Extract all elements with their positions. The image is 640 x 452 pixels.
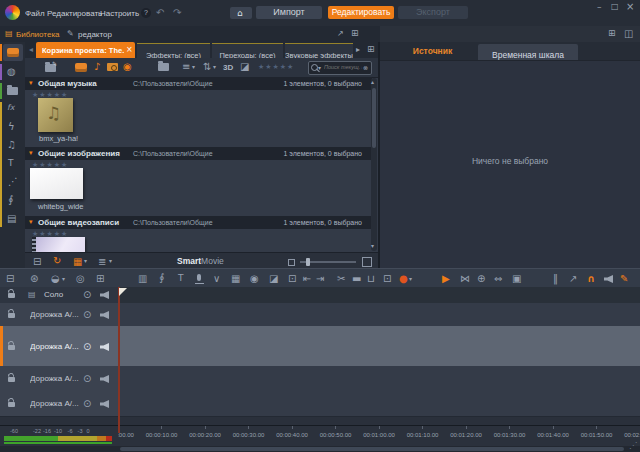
home-button[interactable]: ⌂ [230,7,252,19]
track-header-2-selected[interactable]: Дорожка А/... ⊙ [0,326,118,367]
filter-3d-button[interactable]: 3D [223,63,233,72]
view-list-icon[interactable]: ≡ [182,62,190,72]
multicam-icon[interactable]: ▦ [231,274,240,284]
panel-tab-library[interactable]: Библиотека [16,30,60,39]
minimize-button[interactable]: – [597,3,602,12]
track-name[interactable]: Дорожка А/... [30,399,82,408]
search-icon[interactable] [311,64,318,71]
group-folder-icon[interactable] [158,63,169,71]
tag-icon[interactable]: ◪ [240,62,249,72]
sidebar-folder-icon[interactable] [7,87,18,95]
search-input[interactable] [324,62,362,72]
audio-levels-icon[interactable]: ▥ [138,274,147,284]
trash-icon[interactable]: ⊔ [367,274,375,284]
menu-edit[interactable]: Редактировать [47,9,102,18]
export-frame-icon[interactable]: ⊞ [96,274,104,284]
lock-all-icon[interactable] [8,293,15,298]
timeline-lane-3[interactable] [118,366,640,392]
trim-in-icon[interactable]: ⇤ [303,274,311,284]
sidebar-item-project-bins[interactable] [3,44,23,61]
snapshot-icon[interactable]: ⊡ [383,274,391,284]
view-list-caret-icon[interactable]: ▾ [192,64,195,70]
new-tab-icon[interactable]: ⊞ [367,45,375,54]
search-clear-icon[interactable]: ⊗ [363,65,368,71]
eraser-icon[interactable]: ◪ [269,274,278,284]
razor-icon[interactable]: ✂ [337,274,345,284]
scroll-up-icon[interactable]: ▴ [371,79,374,85]
solo-label[interactable]: Соло [44,290,63,299]
thumb-view-icon[interactable]: ▦ [73,257,82,267]
track-name[interactable]: Дорожка А/... [30,310,82,319]
marker-icon[interactable]: ● [399,274,408,284]
menu-file[interactable]: Файл [25,9,45,18]
track-name[interactable]: Дорожка А/... [30,374,82,383]
track-lock-icon[interactable] [8,313,15,318]
time-ruler[interactable]: 00:00:00.00 00:00:10.00 00:00:20.00 00:0… [118,426,640,447]
track-eye-icon[interactable]: ⊙ [83,342,91,352]
scroll-down-icon[interactable]: ▾ [371,243,374,249]
score-icon[interactable]: ∮ [159,273,164,283]
section-header-video[interactable]: ▾ Общие видеозаписи C:\Пользователи\Общи… [25,216,372,229]
section-header-music[interactable]: ▾ Общая музыка C:\Пользователи\Общие 1 э… [25,77,372,90]
audio-ducking-icon[interactable] [604,275,613,283]
disc-authoring-icon[interactable]: ◉ [250,274,259,284]
track-lock-icon[interactable] [8,402,15,407]
track-header-3[interactable]: Дорожка А/... ⊙ [0,366,118,392]
timeline-hscrollbar[interactable]: ⋰ [0,446,640,452]
timeline-lane-4[interactable] [118,391,640,417]
stretch-mode-icon[interactable]: ⇔ [494,274,502,284]
voiceover-icon[interactable] [197,274,201,281]
resize-grip-icon[interactable]: ⋰ [629,442,637,450]
sidebar-item-soundeffects[interactable]: ∮ [8,195,13,205]
library-tab-active[interactable]: Корзина проекта: The... × [36,42,135,58]
section-header-images[interactable]: ▾ Общие изображения C:\Пользователи\Общи… [25,147,372,160]
panel-tab-editor[interactable]: редактор [78,30,112,39]
library-scrollbar[interactable]: ▴ ▾ [371,78,377,251]
library-item-video[interactable] [32,237,85,252]
thumb-zoom-slider[interactable] [300,261,356,263]
library-tab-soundfx[interactable]: Звуковые эффекты [285,43,353,59]
insert-mode-icon[interactable]: ⊕ [477,274,485,284]
track-eye-icon[interactable]: ⊙ [83,399,91,409]
timeline-lane-1[interactable] [118,303,640,327]
search-caret-icon[interactable]: ▾ [318,65,321,71]
audio-mixer-icon[interactable]: ‖ [553,274,558,284]
sidebar-item-montage[interactable]: ⋰ [8,177,18,187]
playhead-line[interactable] [118,287,120,433]
select-tool-icon[interactable]: ▶ [442,274,450,284]
utility-pen-icon[interactable]: ✎ [620,274,628,284]
hscrollbar-thumb[interactable] [120,447,624,451]
thumb-zoom-handle[interactable] [306,258,310,266]
track-speaker-icon[interactable] [100,311,109,319]
record-icon[interactable]: ◎ [76,274,85,284]
sidebar-item-discmenus[interactable]: ▤ [7,214,16,224]
menu-setup[interactable]: Настроить [100,9,139,18]
filter-music-icon[interactable]: ♪ [94,62,100,72]
trim-out-icon[interactable]: ⇥ [316,274,324,284]
magnet-icon[interactable]: ∩ [587,274,595,284]
redo-icon[interactable]: ↷ [173,8,181,18]
zoom-large-icon[interactable] [362,257,372,267]
detail-view-icon[interactable]: ≣ [98,257,106,267]
fade-icon[interactable]: ↗ [569,274,577,284]
undock-preview-icon[interactable]: ⊞ [608,29,616,38]
layers-icon[interactable]: ⊟ [33,257,41,267]
track-lock-icon[interactable] [8,377,15,382]
sidebar-item-transitions[interactable]: ϟ [8,122,15,132]
library-tab-effects[interactable]: Эффекты: (все) [137,43,210,59]
library-item-image[interactable] [30,168,83,199]
refresh-icon[interactable]: ↻ [53,256,61,266]
section-expand-icon[interactable]: ▾ [29,150,33,157]
navigator-icon[interactable]: ⊟ [6,274,14,284]
import-button[interactable]: Импорт [256,6,322,19]
scrollbar-thumb[interactable] [372,88,376,148]
subtitle-icon[interactable]: ▬ [352,274,361,284]
tabs-forward-icon[interactable]: ▸ [356,46,360,54]
help-icon[interactable]: ? [141,8,151,18]
dual-display-icon[interactable]: ◫ [624,29,633,39]
track-eye-icon[interactable]: ⊙ [83,310,91,320]
track-type-icon[interactable]: ▤ [28,291,36,299]
library-item-music[interactable]: ♫ [38,98,73,132]
track-speaker-icon[interactable] [100,375,109,383]
export-button[interactable]: Экспорт [398,6,468,19]
